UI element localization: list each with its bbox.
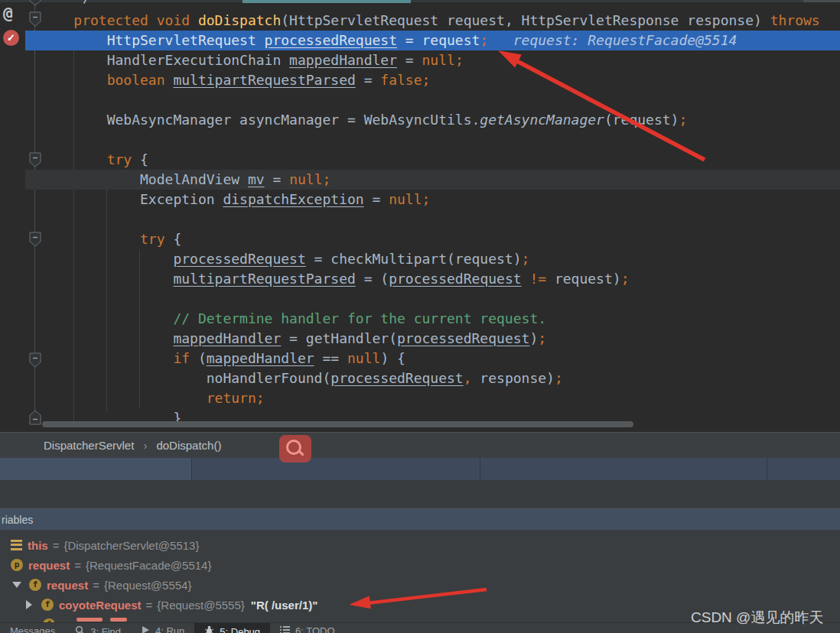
toolbar-divider (191, 458, 192, 480)
code-token: { (132, 151, 148, 167)
code-token: = ( (356, 271, 389, 287)
code-token: == (314, 350, 347, 366)
code-editor: / @ ✓ protected void doDispatch(HttpServ… (0, 0, 840, 432)
variable-string-value: "R( /user/1)" (251, 599, 318, 612)
toolwindow-tab-messages[interactable]: Messages (0, 623, 65, 633)
search-icon (75, 625, 85, 633)
variable-name: coyoteRequest (59, 599, 142, 612)
fold-marker-icon[interactable] (29, 0, 41, 6)
bug-icon (204, 625, 214, 633)
code-line: return; (25, 388, 840, 408)
toolwindow-tab-5-debug[interactable]: 5: Debug (194, 623, 270, 633)
code-token: = checkMultipart(request) (306, 251, 522, 267)
equals-sign: = (146, 599, 153, 612)
code-line: if (mappedHandler == null) { (25, 349, 840, 368)
code-lines: protected void doDispatch(HttpServletReq… (25, 11, 840, 428)
code-token: multipartRequestParsed (173, 271, 355, 287)
debug-toolbar-band (0, 458, 840, 480)
csdn-watermark: CSDN @遇见的昨天 (691, 608, 823, 628)
variable-row[interactable]: frequest={Request@5554} (0, 575, 840, 595)
code-token: processedRequest (265, 32, 397, 48)
code-token: ; (480, 32, 488, 48)
list-icon (280, 625, 290, 633)
clipped-variable-text (77, 618, 103, 622)
horizontal-scrollbar[interactable] (42, 421, 633, 427)
code-line: protected void doDispatch(HttpServletReq… (25, 11, 840, 31)
variable-row[interactable]: prequest={RequestFacade@5514} (0, 555, 840, 575)
code-token: throws (770, 12, 820, 28)
code-token: ; (522, 251, 530, 267)
code-token: (HttpServletRequest request, HttpServlet… (281, 12, 770, 28)
code-token: false (380, 72, 422, 88)
toolbar-divider (480, 458, 480, 480)
code-token: ModelAndView (140, 171, 248, 187)
toolbar-divider (767, 458, 767, 480)
toolwindow-tab-6-todo[interactable]: 6: TODO (270, 623, 345, 633)
debug-toolbar-segment (0, 458, 191, 480)
code-line (25, 130, 840, 150)
parameter-icon: p (11, 559, 23, 571)
code-token: ; (322, 171, 330, 187)
code-line: ModelAndView mv = null; (25, 170, 840, 190)
code-token: ) { (380, 350, 405, 366)
variable-row[interactable]: this={DispatcherServlet@5513} (0, 535, 840, 555)
code-token: = request (397, 32, 480, 48)
annotation-at-icon: @ (3, 5, 13, 23)
toolwindow-tab-4-run[interactable]: 4: Run (131, 623, 194, 633)
code-token: = (356, 72, 381, 88)
code-token: ; (455, 52, 464, 68)
code-token: != (529, 271, 546, 287)
field-icon: f (29, 579, 41, 591)
variable-name: request (28, 559, 70, 572)
code-token: null (422, 52, 455, 68)
code-token: HttpServletRequest (107, 32, 265, 48)
code-token: (request) (604, 112, 679, 128)
search-highlight-icon[interactable] (279, 435, 311, 463)
code-token: getAsyncManager (480, 112, 604, 128)
variable-value: {Request@5554} (104, 579, 192, 592)
code-token: ) (529, 330, 538, 346)
editor-top-strip (0, 0, 840, 2)
code-token: doDispatch (198, 12, 281, 28)
code-token: = (265, 171, 290, 187)
play-icon (141, 625, 150, 633)
breakpoint-verified-icon[interactable]: ✓ (3, 30, 19, 46)
code-token: = (364, 191, 389, 207)
code-token: processedRequest (389, 271, 521, 287)
code-line: multipartRequestParsed = (processedReque… (25, 269, 840, 289)
code-token: // Determine handler for the current req… (173, 310, 546, 326)
code-token: HandlerExecutionChain (107, 52, 289, 68)
code-token: mappedHandler (173, 330, 281, 346)
breadcrumb-class[interactable]: DispatcherServlet (44, 439, 134, 452)
tab-label: 4: Run (155, 625, 184, 633)
code-token: ; (256, 390, 265, 406)
code-token: Exception (140, 191, 223, 207)
code-token: try (140, 231, 165, 247)
code-token: processedRequest (173, 251, 305, 267)
tab-label: Messages (10, 625, 55, 633)
code-token: { (165, 231, 182, 247)
code-line: HandlerExecutionChain mappedHandler = nu… (25, 50, 840, 70)
breadcrumb-bar: DispatcherServlet › doDispatch() (0, 432, 840, 458)
teal-marker-strip (243, 0, 411, 3)
code-token: mappedHandler (289, 52, 397, 68)
code-line: // Determine handler for the current req… (25, 309, 840, 329)
tab-label: 5: Debug (220, 626, 260, 633)
field-icon: f (41, 599, 54, 611)
variable-value: {Request@5555} (157, 599, 245, 612)
toolwindow-tab-3-find[interactable]: 3: Find (65, 623, 131, 633)
code-token: request) (546, 271, 621, 287)
code-token: ; (679, 112, 687, 128)
breadcrumb-method[interactable]: doDispatch() (156, 439, 221, 452)
code-line: noHandlerFound(processedRequest, respons… (25, 368, 840, 388)
code-token: if (173, 350, 190, 366)
this-variable-icon (11, 540, 22, 550)
code-line (25, 209, 840, 229)
code-token: multipartRequestParsed (173, 72, 355, 88)
code-line: mappedHandler = getHandler(processedRequ… (25, 329, 840, 349)
chevron-expanded-icon[interactable] (12, 582, 21, 588)
chevron-collapsed-icon[interactable] (26, 600, 32, 609)
variable-name: this (28, 539, 48, 552)
code-line (25, 90, 840, 110)
code-line: try { (25, 229, 840, 249)
